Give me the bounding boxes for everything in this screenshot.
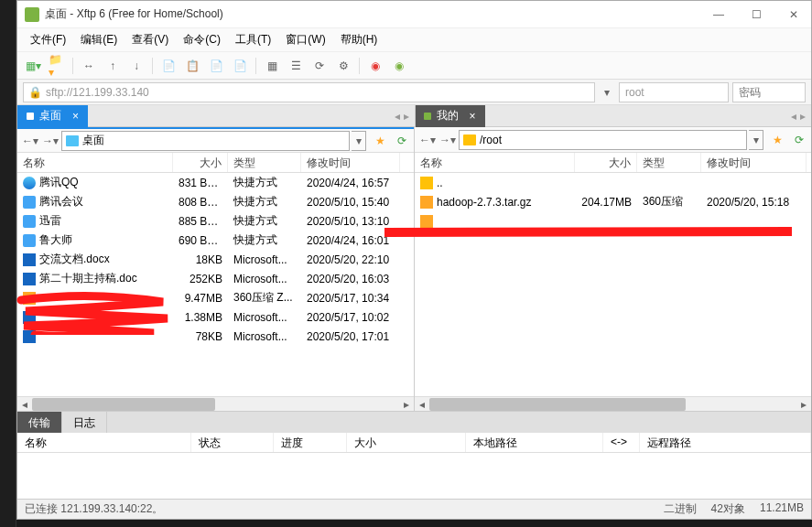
left-hscroll[interactable]: ◂ ▸ [17,396,414,411]
tcol-arrow[interactable]: <-> [603,433,640,452]
col-size[interactable]: 大小 [173,153,228,172]
right-hscroll[interactable]: ◂ ▸ [415,396,811,411]
tab-next-icon[interactable]: ▸ [404,110,409,123]
tab-next-icon[interactable]: ▸ [800,110,806,123]
right-path-input[interactable]: /root [459,130,747,150]
scroll-thumb[interactable] [32,398,215,411]
col-type[interactable]: 类型 [637,153,701,172]
sync-icon[interactable]: ↔ [81,58,97,74]
tab-prev-icon[interactable]: ◂ [395,110,400,123]
refresh-icon[interactable]: ⟳ [791,132,807,148]
file-icon [23,311,36,324]
menu-file[interactable]: 文件(F) [25,28,71,51]
file-row[interactable]: 第二十期主持稿.doc252KBMicrosoft...2020/5/20, 1… [17,269,414,288]
file-name: .. [437,177,443,189]
close-button[interactable]: ✕ [784,6,804,23]
green-dot-icon[interactable]: ◉ [391,58,407,74]
file-row[interactable]: 鲁大师690 Bytes快捷方式2020/4/24, 16:01 [17,231,414,250]
new-session-icon[interactable]: ▦▾ [25,58,41,74]
col-name[interactable]: 名称 [415,153,575,172]
back-button[interactable]: ←▾ [418,131,437,149]
url-dropdown[interactable]: ▾ [599,86,615,99]
paste-icon[interactable]: 📋 [184,58,200,74]
tab-mine[interactable]: 我的 × [415,105,485,127]
gear-icon[interactable]: ⚙ [335,58,352,74]
star-icon[interactable]: ★ [769,132,785,148]
forward-button[interactable]: →▾ [41,132,60,150]
path-dropdown[interactable]: ▾ [352,131,366,151]
password-input[interactable] [732,82,806,102]
tab-transfer[interactable]: 传输 [17,412,62,433]
path-dropdown[interactable]: ▾ [749,130,763,150]
view-icon[interactable]: ▦ [264,58,280,74]
tab-desktop[interactable]: 桌面 × [17,105,88,127]
menu-tool[interactable]: 工具(T) [230,28,276,51]
file-time: 2020/4/24, 16:57 [301,175,400,191]
open-folder-icon[interactable]: 📁▾ [49,58,65,74]
col-name[interactable]: 名称 [17,153,173,172]
col-type[interactable]: 类型 [228,153,301,172]
star-icon[interactable]: ★ [372,133,388,149]
file-size [575,220,637,223]
left-columns-header: 名称 大小 类型 修改时间 [17,153,414,173]
file-type [637,181,701,185]
file-row[interactable]: 交流文档.docx18KBMicrosoft...2020/5/20, 22:1… [17,250,414,269]
left-file-rows[interactable]: 腾讯QQ831 Bytes快捷方式2020/4/24, 16:57腾讯会议808… [17,173,414,346]
right-file-rows[interactable]: ..hadoop-2.7.3.tar.gz204.17MB360压缩2020/5… [415,173,811,231]
scroll-right-icon[interactable]: ▸ [796,398,811,411]
file-row[interactable]: hadoop-2.7.3.tar.gz204.17MB360压缩2020/5/2… [415,192,811,211]
tab-prev-icon[interactable]: ◂ [791,110,796,123]
file-row[interactable]: 78KBMicrosoft...2020/5/20, 17:01 [17,327,414,346]
col-time[interactable]: 修改时间 [301,153,400,172]
file-row[interactable]: 1.38MBMicrosoft...2020/5/17, 10:02 [17,307,414,327]
tcol-status[interactable]: 状态 [191,433,274,452]
tcol-progress[interactable]: 进度 [274,433,347,452]
scroll-left-icon[interactable]: ◂ [415,398,429,411]
file-row[interactable]: 腾讯会议808 Bytes快捷方式2020/5/10, 15:40 [17,192,414,211]
down-icon[interactable]: ↓ [128,58,145,74]
maximize-button[interactable]: ☐ [746,6,767,23]
minimize-button[interactable]: — [708,6,730,23]
left-path-input[interactable]: 桌面 [61,131,350,151]
scroll-left-icon[interactable]: ◂ [17,398,32,411]
tcol-remote[interactable]: 远程路径 [640,433,811,452]
tab-close-icon[interactable]: × [72,110,79,123]
tree-icon[interactable]: ☰ [287,58,304,74]
menu-help[interactable]: 帮助(H) [335,28,384,51]
menu-cmd[interactable]: 命令(C) [178,28,226,51]
up-icon[interactable]: ↑ [104,58,121,74]
file-row[interactable]: .. [415,173,811,192]
scroll-thumb[interactable] [429,398,686,411]
file-row[interactable]: 9.47MB360压缩 Z...2020/5/17, 10:34 [17,288,414,307]
file-icon [23,273,36,285]
tab-close-icon[interactable]: × [470,110,476,123]
copy-icon[interactable]: 📄 [160,58,177,74]
refresh-icon[interactable]: ⟳ [394,133,410,149]
menu-window[interactable]: 窗口(W) [280,28,330,51]
file-size [575,181,637,185]
refresh-icon[interactable]: ⟳ [311,58,328,74]
doc-icon[interactable]: 📄 [208,58,224,74]
url-input[interactable] [23,82,595,102]
user-input[interactable] [619,82,729,102]
tcol-size[interactable]: 大小 [347,433,466,452]
menu-edit[interactable]: 编辑(E) [75,28,123,51]
file-icon [23,234,36,247]
red-dot-icon[interactable]: ◉ [367,58,384,74]
menu-view[interactable]: 查看(V) [126,28,174,51]
window-controls: — ☐ ✕ [708,6,804,23]
file-icon [23,196,36,209]
doc2-icon[interactable]: 📄 [232,58,248,74]
tcol-name[interactable]: 名称 [17,433,191,452]
forward-button[interactable]: →▾ [438,131,457,149]
tcol-local[interactable]: 本地路径 [466,433,603,452]
file-row[interactable] [415,211,811,231]
back-button[interactable]: ←▾ [21,132,39,150]
file-row[interactable]: 腾讯QQ831 Bytes快捷方式2020/4/24, 16:57 [17,173,414,192]
scroll-right-icon[interactable]: ▸ [399,398,414,411]
tab-log[interactable]: 日志 [62,412,107,433]
file-size: 690 Bytes [173,232,228,249]
file-row[interactable]: 迅雷885 Bytes快捷方式2020/5/10, 13:10 [17,211,414,231]
col-size[interactable]: 大小 [575,153,637,172]
col-time[interactable]: 修改时间 [701,153,807,172]
